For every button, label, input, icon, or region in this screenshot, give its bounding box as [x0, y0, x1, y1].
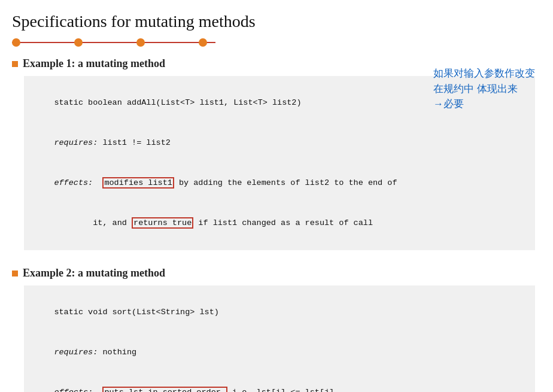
code-line4-after-ex1: if list1 changed as a result of call — [193, 218, 373, 227]
code-effects-after-ex2: i.e. lst[i] <= lst[j] — [227, 388, 334, 392]
code-line1-ex2: static void sort(List<String> lst) — [54, 308, 218, 317]
code-line1-ex1: static boolean addAll(List<T> list1, Lis… — [54, 98, 301, 107]
section-title-text-example1: Example 1: a mutating method — [23, 57, 165, 70]
code-effects-label-ex2: effects: — [54, 388, 93, 392]
code-requires-label-ex1: requires: — [54, 138, 98, 147]
section-example2: Example 2: a mutating method static void… — [12, 267, 535, 392]
code-highlight-returns-ex1: returns true — [132, 217, 193, 229]
section-title-text-example2: Example 2: a mutating method — [23, 267, 165, 279]
code-line4-prefix-ex1: it, and — [54, 218, 132, 227]
code-requires-label-ex2: requires: — [54, 348, 98, 357]
decorative-dots-line — [12, 38, 535, 47]
handwriting-annotation: 如果对输入参数作改变 在规约中 体现出来 →必要 — [433, 66, 535, 112]
dot-4 — [199, 38, 207, 47]
dot-1 — [12, 38, 20, 47]
code-block-example2: static void sort(List<String> lst) requi… — [24, 285, 535, 392]
code-effects-after1-ex1: by adding the elements of list2 to the e… — [174, 178, 397, 187]
dot-3 — [136, 38, 145, 47]
code-effects-label-ex1: effects: — [54, 178, 93, 187]
code-requires-value-ex1: list1 != list2 — [98, 138, 171, 147]
page-title: Specifications for mutating methods — [12, 12, 535, 31]
code-effects-prefix-ex1 — [93, 178, 102, 187]
code-requires-value-ex2: nothing — [98, 348, 136, 357]
section-title-example2: Example 2: a mutating method — [12, 267, 535, 279]
dot-2 — [74, 38, 83, 47]
code-effects-prefix-ex2 — [93, 388, 102, 392]
code-highlight-puts-ex2: puts lst in sorted order, — [102, 387, 227, 392]
code-highlight-modifies-ex1: modifies list1 — [102, 177, 174, 189]
